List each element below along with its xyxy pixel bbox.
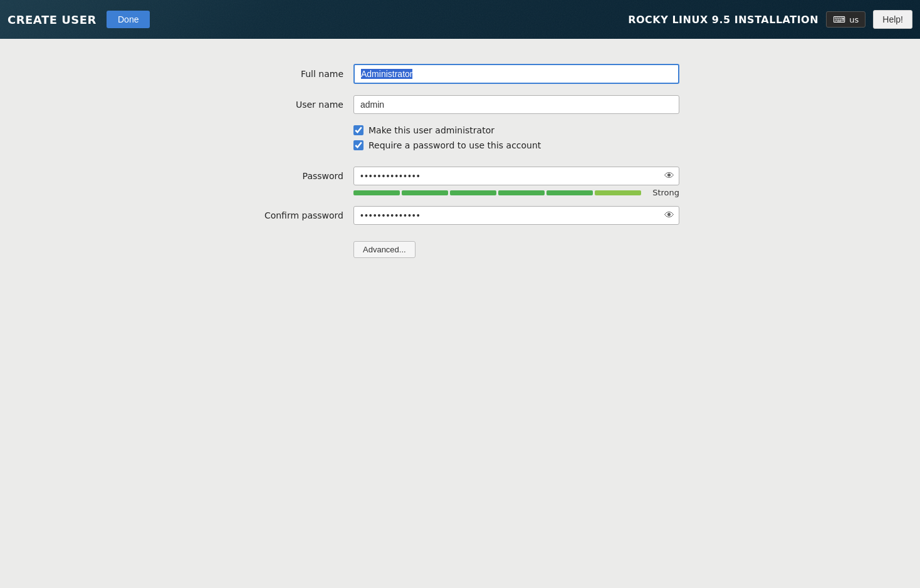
password-checkbox-row: Require a password to use this account xyxy=(353,140,679,150)
admin-checkbox[interactable] xyxy=(353,125,363,135)
strength-bar xyxy=(353,190,641,195)
confirm-password-input[interactable] xyxy=(353,206,679,225)
confirm-wrapper: 👁 xyxy=(353,206,679,225)
advanced-row: Advanced... xyxy=(241,236,679,258)
require-password-label[interactable]: Require a password to use this account xyxy=(369,140,541,150)
fullname-field xyxy=(353,64,679,84)
strength-seg-6 xyxy=(595,190,641,195)
advanced-field: Advanced... xyxy=(353,236,679,258)
username-field xyxy=(353,95,679,114)
checkboxes-container: Make this user administrator Require a p… xyxy=(353,125,679,155)
keyboard-indicator[interactable]: ⌨ us xyxy=(826,11,865,28)
installation-title: ROCKY LINUX 9.5 INSTALLATION xyxy=(628,14,818,26)
password-label: Password xyxy=(241,171,353,181)
confirm-label: Confirm password xyxy=(241,210,353,220)
fullname-label: Full name xyxy=(241,69,353,79)
password-field: 👁 xyxy=(353,167,679,185)
strength-seg-5 xyxy=(546,190,593,195)
header-left: CREATE USER Done xyxy=(8,11,150,28)
header-right: ROCKY LINUX 9.5 INSTALLATION ⌨ us Help! xyxy=(628,10,912,29)
username-label: User name xyxy=(241,100,353,110)
header: CREATE USER Done ROCKY LINUX 9.5 INSTALL… xyxy=(0,0,920,39)
page-title: CREATE USER xyxy=(8,13,97,26)
username-input[interactable] xyxy=(353,95,679,114)
password-strength-row: Strong xyxy=(241,188,679,197)
username-row: User name xyxy=(241,95,679,114)
form-container: Full name User name Make this user admin… xyxy=(241,64,679,269)
password-input[interactable] xyxy=(353,167,679,185)
strength-label: Strong xyxy=(652,188,679,197)
strength-seg-2 xyxy=(402,190,448,195)
done-button[interactable]: Done xyxy=(107,11,150,28)
strength-seg-4 xyxy=(498,190,545,195)
main-content: Full name User name Make this user admin… xyxy=(0,39,920,588)
keyboard-icon: ⌨ xyxy=(833,14,845,24)
password-row: Password 👁 xyxy=(241,167,679,185)
password-wrapper: 👁 xyxy=(353,167,679,185)
require-password-checkbox[interactable] xyxy=(353,140,363,150)
fullname-input[interactable] xyxy=(353,64,679,84)
advanced-button[interactable]: Advanced... xyxy=(353,241,416,258)
confirm-visibility-toggle[interactable]: 👁 xyxy=(664,210,674,220)
password-visibility-toggle[interactable]: 👁 xyxy=(664,171,674,181)
strength-container: Strong xyxy=(353,188,679,197)
admin-checkbox-row: Make this user administrator xyxy=(353,125,679,135)
checkboxes-row: Make this user administrator Require a p… xyxy=(241,125,679,155)
strength-seg-1 xyxy=(353,190,400,195)
confirm-field: 👁 xyxy=(353,206,679,225)
admin-checkbox-label[interactable]: Make this user administrator xyxy=(369,125,494,135)
confirm-password-row: Confirm password 👁 xyxy=(241,206,679,225)
keyboard-layout-label: us xyxy=(849,15,859,24)
help-button[interactable]: Help! xyxy=(873,10,912,29)
strength-seg-3 xyxy=(450,190,496,195)
fullname-row: Full name xyxy=(241,64,679,84)
